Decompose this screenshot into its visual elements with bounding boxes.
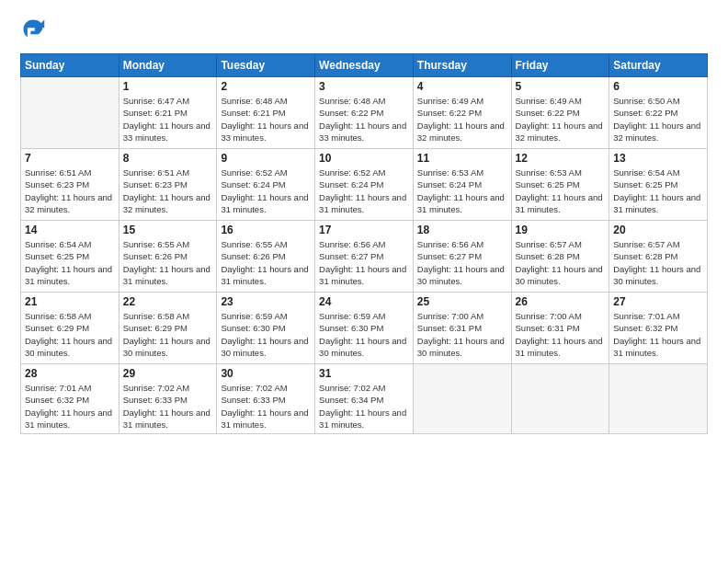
day-info: Sunrise: 6:56 AM Sunset: 6:27 PM Dayligh…: [417, 238, 507, 287]
day-number: 30: [221, 367, 311, 380]
calendar-week-1: 7Sunrise: 6:51 AM Sunset: 6:23 PM Daylig…: [21, 149, 708, 221]
day-info: Sunrise: 7:00 AM Sunset: 6:31 PM Dayligh…: [516, 310, 606, 359]
day-info: Sunrise: 6:50 AM Sunset: 6:22 PM Dayligh…: [613, 95, 703, 144]
calendar-cell: 18Sunrise: 6:56 AM Sunset: 6:27 PM Dayli…: [413, 221, 511, 293]
day-info: Sunrise: 6:47 AM Sunset: 6:21 PM Dayligh…: [123, 95, 213, 144]
day-number: 17: [319, 224, 409, 236]
calendar-cell: [21, 77, 119, 149]
calendar-cell: 15Sunrise: 6:55 AM Sunset: 6:26 PM Dayli…: [119, 221, 217, 293]
calendar-cell: 27Sunrise: 7:01 AM Sunset: 6:32 PM Dayli…: [609, 293, 708, 364]
calendar-header: SundayMondayTuesdayWednesdayThursdayFrid…: [21, 54, 708, 77]
logo: [20, 17, 50, 42]
header-cell-thursday: Thursday: [413, 54, 511, 77]
calendar-cell: 11Sunrise: 6:53 AM Sunset: 6:24 PM Dayli…: [413, 149, 511, 221]
calendar-cell: 31Sunrise: 7:02 AM Sunset: 6:34 PM Dayli…: [315, 364, 414, 434]
day-info: Sunrise: 6:57 AM Sunset: 6:28 PM Dayligh…: [613, 238, 703, 287]
calendar-cell: 13Sunrise: 6:54 AM Sunset: 6:25 PM Dayli…: [609, 149, 708, 221]
calendar-cell: 8Sunrise: 6:51 AM Sunset: 6:23 PM Daylig…: [119, 149, 217, 221]
day-info: Sunrise: 6:56 AM Sunset: 6:27 PM Dayligh…: [319, 238, 409, 287]
day-number: 8: [123, 152, 213, 165]
day-number: 4: [417, 80, 507, 93]
day-number: 12: [516, 152, 606, 165]
day-number: 29: [123, 367, 213, 380]
calendar-cell: 1Sunrise: 6:47 AM Sunset: 6:21 PM Daylig…: [119, 77, 217, 149]
day-number: 11: [417, 152, 507, 165]
day-info: Sunrise: 6:53 AM Sunset: 6:25 PM Dayligh…: [516, 167, 606, 215]
header: [20, 17, 708, 42]
day-number: 18: [417, 224, 507, 236]
calendar-cell: 30Sunrise: 7:02 AM Sunset: 6:33 PM Dayli…: [217, 364, 315, 434]
calendar-cell: 24Sunrise: 6:59 AM Sunset: 6:30 PM Dayli…: [315, 293, 414, 364]
day-number: 2: [221, 80, 311, 93]
day-number: 3: [319, 80, 409, 93]
day-number: 9: [221, 152, 311, 165]
day-number: 21: [25, 295, 115, 308]
day-info: Sunrise: 6:54 AM Sunset: 6:25 PM Dayligh…: [25, 238, 115, 287]
calendar-cell: 12Sunrise: 6:53 AM Sunset: 6:25 PM Dayli…: [511, 149, 609, 221]
day-info: Sunrise: 6:59 AM Sunset: 6:30 PM Dayligh…: [221, 310, 311, 359]
logo-icon: [20, 17, 46, 42]
day-info: Sunrise: 6:53 AM Sunset: 6:24 PM Dayligh…: [417, 167, 507, 215]
calendar-cell: 17Sunrise: 6:56 AM Sunset: 6:27 PM Dayli…: [315, 221, 414, 293]
day-info: Sunrise: 7:02 AM Sunset: 6:33 PM Dayligh…: [123, 382, 213, 431]
day-number: 31: [319, 367, 409, 380]
day-info: Sunrise: 6:58 AM Sunset: 6:29 PM Dayligh…: [123, 310, 213, 359]
day-number: 27: [613, 295, 703, 308]
calendar-cell: 6Sunrise: 6:50 AM Sunset: 6:22 PM Daylig…: [609, 77, 708, 149]
day-number: 24: [319, 295, 409, 308]
day-info: Sunrise: 6:55 AM Sunset: 6:26 PM Dayligh…: [221, 238, 311, 287]
calendar-cell: 20Sunrise: 6:57 AM Sunset: 6:28 PM Dayli…: [609, 221, 708, 293]
calendar-body: 1Sunrise: 6:47 AM Sunset: 6:21 PM Daylig…: [21, 77, 708, 434]
day-number: 14: [25, 224, 115, 236]
calendar-cell: 21Sunrise: 6:58 AM Sunset: 6:29 PM Dayli…: [21, 293, 119, 364]
calendar-cell: 7Sunrise: 6:51 AM Sunset: 6:23 PM Daylig…: [21, 149, 119, 221]
day-number: 26: [516, 295, 606, 308]
calendar-cell: 3Sunrise: 6:48 AM Sunset: 6:22 PM Daylig…: [315, 77, 414, 149]
calendar-cell: 28Sunrise: 7:01 AM Sunset: 6:32 PM Dayli…: [21, 364, 119, 434]
calendar-week-4: 28Sunrise: 7:01 AM Sunset: 6:32 PM Dayli…: [21, 364, 708, 434]
calendar-cell: [511, 364, 609, 434]
calendar-cell: 29Sunrise: 7:02 AM Sunset: 6:33 PM Dayli…: [119, 364, 217, 434]
calendar-cell: 22Sunrise: 6:58 AM Sunset: 6:29 PM Dayli…: [119, 293, 217, 364]
day-info: Sunrise: 6:55 AM Sunset: 6:26 PM Dayligh…: [123, 238, 213, 287]
day-info: Sunrise: 7:00 AM Sunset: 6:31 PM Dayligh…: [417, 310, 507, 359]
header-cell-wednesday: Wednesday: [315, 54, 414, 77]
calendar-cell: [609, 364, 708, 434]
calendar-week-3: 21Sunrise: 6:58 AM Sunset: 6:29 PM Dayli…: [21, 293, 708, 364]
day-number: 10: [319, 152, 409, 165]
day-info: Sunrise: 6:49 AM Sunset: 6:22 PM Dayligh…: [417, 95, 507, 144]
day-info: Sunrise: 6:57 AM Sunset: 6:28 PM Dayligh…: [516, 238, 606, 287]
header-cell-monday: Monday: [119, 54, 217, 77]
calendar-week-2: 14Sunrise: 6:54 AM Sunset: 6:25 PM Dayli…: [21, 221, 708, 293]
day-number: 20: [613, 224, 703, 236]
calendar-cell: 19Sunrise: 6:57 AM Sunset: 6:28 PM Dayli…: [511, 221, 609, 293]
calendar-cell: [413, 364, 511, 434]
day-number: 19: [516, 224, 606, 236]
calendar-week-0: 1Sunrise: 6:47 AM Sunset: 6:21 PM Daylig…: [21, 77, 708, 149]
day-number: 13: [613, 152, 703, 165]
day-info: Sunrise: 7:01 AM Sunset: 6:32 PM Dayligh…: [25, 382, 115, 431]
day-number: 15: [123, 224, 213, 236]
day-number: 7: [25, 152, 115, 165]
day-info: Sunrise: 6:51 AM Sunset: 6:23 PM Dayligh…: [25, 167, 115, 215]
calendar-cell: 4Sunrise: 6:49 AM Sunset: 6:22 PM Daylig…: [413, 77, 511, 149]
calendar-page: SundayMondayTuesdayWednesdayThursdayFrid…: [0, 0, 728, 563]
calendar-cell: 14Sunrise: 6:54 AM Sunset: 6:25 PM Dayli…: [21, 221, 119, 293]
calendar-cell: 5Sunrise: 6:49 AM Sunset: 6:22 PM Daylig…: [511, 77, 609, 149]
day-info: Sunrise: 6:49 AM Sunset: 6:22 PM Dayligh…: [516, 95, 606, 144]
day-info: Sunrise: 6:54 AM Sunset: 6:25 PM Dayligh…: [613, 167, 703, 215]
day-number: 6: [613, 80, 703, 93]
day-info: Sunrise: 6:52 AM Sunset: 6:24 PM Dayligh…: [319, 167, 409, 215]
day-info: Sunrise: 7:02 AM Sunset: 6:33 PM Dayligh…: [221, 382, 311, 431]
day-number: 28: [25, 367, 115, 380]
day-number: 23: [221, 295, 311, 308]
day-info: Sunrise: 6:51 AM Sunset: 6:23 PM Dayligh…: [123, 167, 213, 215]
day-number: 22: [123, 295, 213, 308]
calendar-cell: 2Sunrise: 6:48 AM Sunset: 6:21 PM Daylig…: [217, 77, 315, 149]
calendar-cell: 9Sunrise: 6:52 AM Sunset: 6:24 PM Daylig…: [217, 149, 315, 221]
header-cell-sunday: Sunday: [21, 54, 119, 77]
day-info: Sunrise: 7:01 AM Sunset: 6:32 PM Dayligh…: [613, 310, 703, 359]
day-number: 5: [516, 80, 606, 93]
header-cell-tuesday: Tuesday: [217, 54, 315, 77]
day-info: Sunrise: 6:58 AM Sunset: 6:29 PM Dayligh…: [25, 310, 115, 359]
